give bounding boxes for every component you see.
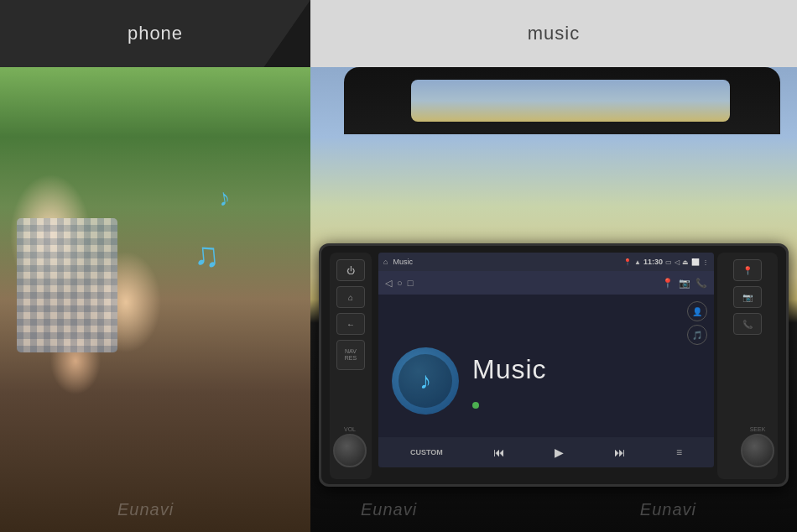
screen-title: Music	[393, 258, 413, 266]
tab-music[interactable]: music	[310, 0, 797, 67]
car-roof-window	[411, 80, 730, 122]
nav-square-icon[interactable]: □	[408, 278, 414, 288]
play-button[interactable]: ▶	[555, 446, 564, 459]
clock: 11:30	[643, 258, 663, 266]
music-note-icon: ♪	[419, 368, 431, 394]
main-content: ♪ ♫ ⏻ ⌂ ← NAVRES	[0, 67, 797, 532]
back-icon: ←	[346, 320, 355, 329]
nav-android-icon[interactable]: ◁	[385, 278, 392, 289]
wifi-icon: ▲	[634, 258, 641, 266]
map-icon: 📍	[742, 266, 753, 275]
car-roof	[344, 67, 780, 134]
custom-button[interactable]: CUSTOM	[410, 448, 443, 456]
nav-camera-icon[interactable]: 📷	[679, 278, 690, 289]
eject-icon: ⏏	[682, 258, 689, 266]
status-bar: ⌂ Music 📍 ▲ 11:30 ▭ ◁ ⏏ ⬜ ⋮	[378, 253, 714, 271]
map-right-button[interactable]: 📍	[733, 259, 762, 281]
menu-icon: ⋮	[702, 258, 709, 266]
tab-bar: phone music	[0, 0, 797, 67]
tab-music-label: music	[528, 23, 580, 44]
home-button[interactable]: ⌂	[336, 286, 365, 308]
phone-right-button[interactable]: 📞	[733, 313, 762, 335]
screen-home-icon: ⌂	[383, 258, 388, 266]
screen-nav-row: ◁ ○ □ 📍 📷 📞	[378, 271, 714, 295]
shirt-pattern	[17, 218, 117, 352]
watermark-left: Eunavi	[117, 500, 174, 519]
volume-label: VOL	[330, 426, 370, 432]
music-title: Music	[472, 354, 701, 385]
dashboard-unit: ⏻ ⌂ ← NAVRES VOL ⌂	[319, 243, 789, 487]
screen: ⌂ Music 📍 ▲ 11:30 ▭ ◁ ⏏ ⬜ ⋮	[378, 253, 714, 467]
status-left: ⌂ Music	[383, 258, 413, 266]
nav-res-label: NAVRES	[345, 348, 357, 362]
battery-icon: ▭	[665, 258, 672, 266]
power-button[interactable]: ⏻	[336, 259, 365, 281]
display-icon: ⬜	[691, 258, 700, 266]
playing-indicator	[472, 402, 479, 409]
music-note-large: ♫	[191, 234, 221, 277]
nav-phone-icon[interactable]: 📞	[695, 278, 707, 289]
user-icon[interactable]: 👤	[687, 301, 707, 321]
next-track-button[interactable]: ⏭	[614, 446, 626, 459]
camera-icon: 📷	[742, 293, 753, 302]
volume-knob[interactable]	[333, 434, 367, 467]
music-info: Music	[472, 354, 701, 409]
tab-phone-label: phone	[128, 23, 183, 44]
signal-icon: ◁	[675, 258, 680, 266]
status-right: 📍 ▲ 11:30 ▭ ◁ ⏏ ⬜ ⋮	[623, 258, 709, 266]
seek-label: SEEK	[737, 426, 778, 432]
home-icon: ⌂	[348, 293, 353, 302]
watermark-right: Eunavi	[640, 500, 696, 519]
camera-right-button[interactable]: 📷	[733, 286, 762, 308]
power-icon: ⏻	[346, 266, 355, 275]
nav-circle-icon[interactable]: ○	[397, 278, 403, 288]
nav-res-button[interactable]: NAVRES	[336, 340, 365, 370]
location-icon: 📍	[623, 258, 632, 266]
right-photo: ⏻ ⌂ ← NAVRES VOL ⌂	[310, 67, 797, 532]
music-app-icon[interactable]: 🎵	[687, 325, 707, 345]
back-button[interactable]: ←	[336, 313, 365, 335]
seek-knob[interactable]	[741, 434, 774, 467]
left-photo: ♪ ♫	[0, 67, 310, 532]
screen-top-right-icons: 👤 🎵	[687, 301, 707, 345]
nav-map-icon[interactable]: 📍	[662, 278, 674, 289]
watermark-center: Eunavi	[361, 500, 417, 519]
playlist-button[interactable]: ≡	[676, 446, 682, 458]
screen-controls-bar: CUSTOM ⏮ ▶ ⏭ ≡	[378, 437, 714, 467]
screen-nav-icons: ◁ ○ □	[385, 278, 413, 289]
prev-track-button[interactable]: ⏮	[493, 446, 505, 459]
phone-icon: 📞	[742, 320, 753, 329]
tab-phone[interactable]: phone	[0, 0, 310, 67]
album-art: ♪	[392, 347, 459, 415]
screen-nav-right-icons: 📍 📷 📞	[662, 278, 707, 289]
